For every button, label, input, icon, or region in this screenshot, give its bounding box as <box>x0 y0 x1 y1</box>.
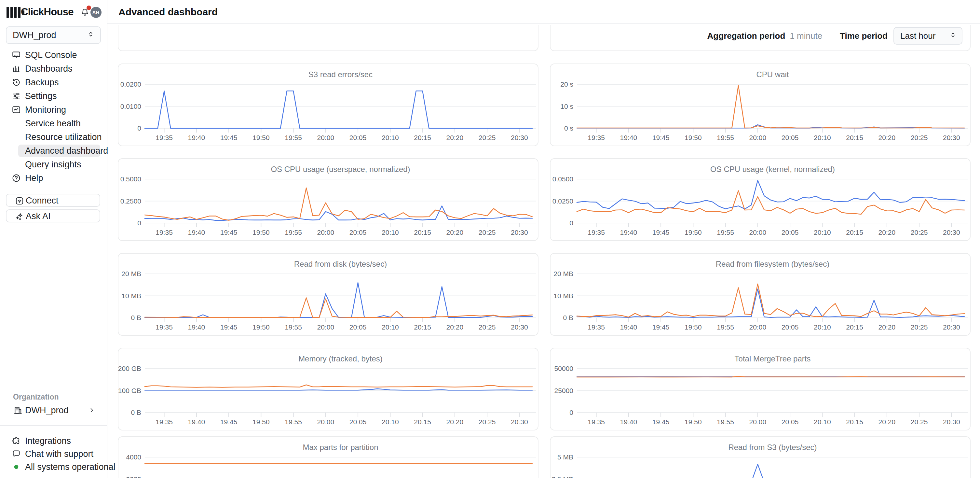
svg-text:19:35: 19:35 <box>588 134 605 141</box>
svg-text:20:05: 20:05 <box>350 323 367 331</box>
svg-text:19:35: 19:35 <box>156 134 173 141</box>
series-memory-blue <box>145 389 532 390</box>
chart-svg: Read from filesystem (bytes/sec)20 MB10 … <box>550 254 971 336</box>
svg-text:20:05: 20:05 <box>781 134 799 141</box>
connect-label: Connect <box>26 194 59 207</box>
svg-text:OS CPU usage (userspace, norma: OS CPU usage (userspace, normalized) <box>271 165 410 174</box>
svg-text:19:50: 19:50 <box>253 229 270 236</box>
sidebar-item-backups[interactable]: Backups <box>0 75 107 89</box>
svg-text:200 GB: 200 GB <box>118 365 141 372</box>
sidebar: ClickHouse SH DWH_prod SQL ConsoleDashbo… <box>0 0 107 478</box>
svg-text:19:35: 19:35 <box>156 418 173 425</box>
chart-svg: Total MergeTree parts5000025000019:3519:… <box>550 348 971 431</box>
svg-text:20:20: 20:20 <box>446 134 464 141</box>
sidebar-item-label: Chat with support <box>25 448 93 460</box>
chart-card-read-from-filesystem-bytes-sec: Read from filesystem (bytes/sec)20 MB10 … <box>550 253 970 336</box>
svg-text:0: 0 <box>137 219 141 226</box>
ask-ai-label: Ask AI <box>26 210 51 222</box>
svg-text:20:25: 20:25 <box>911 229 928 236</box>
service-selector[interactable]: DWH_prod <box>6 26 101 44</box>
svg-text:20 s: 20 s <box>560 80 573 88</box>
svg-text:19:45: 19:45 <box>652 323 670 331</box>
ask-ai-button[interactable]: Ask AI <box>6 209 100 222</box>
organization-section-label: Organization <box>13 393 59 402</box>
service-selector-value: DWH_prod <box>13 30 86 40</box>
sidebar-item-system-status[interactable]: All systems operational <box>0 460 107 473</box>
svg-text:20:15: 20:15 <box>846 323 863 331</box>
sidebar-item-sql-console[interactable]: SQL Console <box>0 48 107 62</box>
organization-row[interactable]: DWH_prod <box>6 403 102 417</box>
sidebar-item-integrations[interactable]: Integrations <box>0 434 107 448</box>
chart-card-os-cpu-usage-userspace-normalized: OS CPU usage (userspace, normalized)0.50… <box>118 158 538 241</box>
svg-text:20 MB: 20 MB <box>554 270 573 277</box>
svg-text:0: 0 <box>570 219 573 226</box>
svg-text:Max parts for partition: Max parts for partition <box>302 443 378 452</box>
svg-text:19:45: 19:45 <box>220 323 237 331</box>
svg-text:10 MB: 10 MB <box>121 292 141 300</box>
backups-icon <box>11 78 21 87</box>
svg-text:20:25: 20:25 <box>479 323 496 331</box>
connect-button[interactable]: Connect <box>6 194 100 207</box>
svg-text:20:30: 20:30 <box>943 229 960 236</box>
sidebar-item-resource-utilization[interactable]: Resource utilization <box>0 130 107 144</box>
svg-text:20:15: 20:15 <box>414 418 431 425</box>
svg-text:20:15: 20:15 <box>846 418 863 425</box>
sidebar-item-query-insights[interactable]: Query insights <box>0 158 107 171</box>
svg-text:0.2500: 0.2500 <box>120 197 141 205</box>
help-icon <box>11 173 21 183</box>
svg-text:19:35: 19:35 <box>588 229 605 236</box>
svg-text:100 GB: 100 GB <box>118 387 141 394</box>
svg-text:20:25: 20:25 <box>911 323 928 331</box>
svg-text:19:40: 19:40 <box>188 229 205 236</box>
sidebar-item-monitoring[interactable]: Monitoring <box>0 103 107 116</box>
chart-card-max-parts-for-partition: Max parts for partition400020000 <box>118 436 538 478</box>
svg-text:0 s: 0 s <box>564 124 573 132</box>
svg-text:19:40: 19:40 <box>620 134 637 141</box>
app: ClickHouse SH DWH_prod SQL ConsoleDashbo… <box>0 0 980 478</box>
status-dot-icon <box>11 462 21 472</box>
chart-card-memory-tracked-bytes: Memory (tracked, bytes)200 GB100 GB0 B19… <box>118 348 538 430</box>
sidebar-item-label: Help <box>25 171 43 185</box>
svg-text:20:10: 20:10 <box>814 323 831 331</box>
svg-text:20:20: 20:20 <box>446 323 464 331</box>
sidebar-divider <box>0 425 107 426</box>
svg-text:19:45: 19:45 <box>652 134 670 141</box>
svg-text:20:00: 20:00 <box>317 229 334 236</box>
sidebar-item-help[interactable]: Help <box>0 171 107 185</box>
sidebar-item-label: Advanced dashboard <box>25 144 108 158</box>
notifications-button[interactable] <box>80 7 91 18</box>
series-s3-read-blue <box>577 464 964 478</box>
svg-text:19:50: 19:50 <box>684 134 702 141</box>
svg-text:19:50: 19:50 <box>253 323 270 331</box>
chart-card-s3-read-errors-sec: S3 read errors/sec0.02000.0100019:3519:4… <box>118 64 538 146</box>
clickhouse-logo-text: ClickHouse <box>21 6 73 18</box>
time-period-select[interactable]: Last hour <box>894 27 963 45</box>
svg-text:19:55: 19:55 <box>285 229 302 236</box>
svg-text:20:30: 20:30 <box>511 229 528 236</box>
svg-text:S3 read errors/sec: S3 read errors/sec <box>309 70 372 79</box>
svg-text:19:40: 19:40 <box>188 418 205 425</box>
notification-badge <box>86 6 91 10</box>
chart-svg: OS CPU usage (userspace, normalized)0.50… <box>118 159 539 242</box>
chevron-updown-icon <box>949 30 957 41</box>
chart-svg: Memory (tracked, bytes)200 GB100 GB0 B19… <box>118 348 539 431</box>
svg-text:20:00: 20:00 <box>749 134 767 141</box>
sidebar-item-dashboards[interactable]: Dashboards <box>0 62 107 75</box>
svg-text:20:15: 20:15 <box>414 134 431 141</box>
sidebar-item-chat-with-support[interactable]: Chat with support <box>0 448 107 460</box>
sidebar-header: ClickHouse SH <box>6 6 102 19</box>
sidebar-item-label: Resource utilization <box>25 130 102 144</box>
sidebar-item-service-health[interactable]: Service health <box>0 116 107 130</box>
svg-text:19:55: 19:55 <box>717 134 734 141</box>
avatar[interactable]: SH <box>91 7 102 18</box>
sidebar-item-label: Settings <box>25 89 57 103</box>
svg-text:19:40: 19:40 <box>620 229 637 236</box>
chart-card-os-cpu-usage-kernel-normalized: OS CPU usage (kernel, normalized)0.05000… <box>550 158 970 241</box>
svg-text:19:40: 19:40 <box>188 323 205 331</box>
svg-text:20:25: 20:25 <box>479 418 496 425</box>
svg-text:20:05: 20:05 <box>781 323 799 331</box>
sidebar-item-settings[interactable]: Settings <box>0 89 107 103</box>
sidebar-item-advanced-dashboard[interactable]: Advanced dashboard <box>0 144 107 158</box>
svg-text:20:25: 20:25 <box>911 134 928 141</box>
svg-text:19:50: 19:50 <box>684 323 702 331</box>
